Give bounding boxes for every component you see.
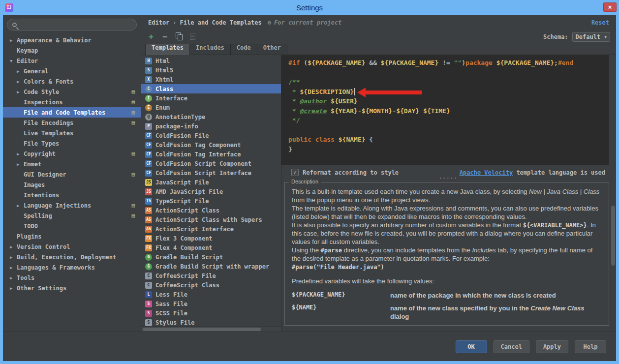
template-item-enum[interactable]: EEnum (141, 103, 281, 112)
template-item-scss-file[interactable]: SSCSS File (141, 308, 281, 318)
sidebar-item-build-execution-deployment[interactable]: ▶Build, Execution, Deployment (3, 252, 141, 262)
sidebar-item-language-injections[interactable]: ▶Language Injections▤ (3, 200, 141, 211)
coffee-file-icon: C (145, 282, 152, 289)
tab-templates[interactable]: Templates (145, 44, 190, 55)
sidebar-item-inspections[interactable]: Inspections▤ (3, 97, 141, 107)
template-item-coldfusion-script-interface[interactable]: CFColdFusion Script Interface (141, 168, 281, 178)
template-item-coldfusion-script-component[interactable]: CFColdFusion Script Component (141, 159, 281, 168)
splitter-grip-icon[interactable]: ····· (439, 175, 458, 182)
remove-template-icon[interactable]: − (161, 33, 169, 41)
tab-includes[interactable]: Includes (190, 44, 231, 55)
reset-link[interactable]: Reset (591, 19, 609, 26)
template-item-html5[interactable]: 5Html5 (141, 65, 281, 75)
template-item-html[interactable]: HHtml (141, 56, 281, 65)
sidebar-item-tools[interactable]: ▶Tools (3, 273, 141, 283)
sidebar-item-live-templates[interactable]: Live Templates (3, 128, 141, 138)
tree-expanded-arrow-icon[interactable]: ▼ (10, 59, 17, 63)
tree-collapsed-arrow-icon[interactable]: ▶ (10, 244, 17, 249)
template-item-class[interactable]: CClass (141, 84, 281, 93)
template-item-xhtml[interactable]: XXhtml (141, 75, 281, 84)
copy-template-icon[interactable] (175, 32, 183, 42)
tree-collapsed-arrow-icon[interactable]: ▶ (10, 286, 17, 291)
template-item-annotationtype[interactable]: @AnnotationType (141, 112, 281, 121)
template-item-flex-3-component[interactable]: FXFlex 3 Component (141, 234, 281, 243)
template-editor[interactable]: #if (${PACKAGE_NAME} && ${PACKAGE_NAME} … (281, 55, 609, 165)
sidebar-item-copyright[interactable]: ▶Copyright▤ (3, 149, 141, 159)
template-item-coldfusion-file[interactable]: CFColdFusion File (141, 131, 281, 140)
tree-collapsed-arrow-icon[interactable]: ▶ (17, 203, 24, 208)
tree-collapsed-arrow-icon[interactable]: ▶ (17, 90, 24, 94)
sidebar-item-todo[interactable]: TODO (3, 221, 141, 231)
tree-collapsed-arrow-icon[interactable]: ▶ (10, 255, 17, 260)
sidebar-item-colors-fonts[interactable]: ▶Colors & Fonts (3, 76, 141, 87)
vertical-scrollbar-thumb[interactable] (611, 206, 615, 266)
template-item-actionscript-class[interactable]: ASActionScript Class (141, 206, 281, 215)
add-template-icon[interactable]: + (147, 33, 155, 41)
horizontal-scrollbar-track[interactable] (141, 326, 281, 332)
sidebar-item-images[interactable]: Images (3, 180, 141, 190)
sidebar-item-version-control[interactable]: ▶Version Control (3, 242, 141, 252)
tree-collapsed-arrow-icon[interactable]: ▶ (17, 152, 24, 156)
template-item-typescript-file[interactable]: TSTypeScript File (141, 196, 281, 206)
variable-name: ${NAME} (292, 304, 390, 321)
template-tabs: TemplatesIncludesCodeOther (141, 43, 616, 55)
tree-collapsed-arrow-icon[interactable]: ▶ (17, 162, 24, 167)
cancel-button[interactable]: Cancel (494, 340, 529, 353)
sidebar-item-file-types[interactable]: File Types (3, 138, 141, 149)
code-line (288, 126, 609, 136)
variable-description: name of the package in which the new cla… (390, 291, 556, 300)
sidebar-item-plugins[interactable]: Plugins (3, 231, 141, 242)
ok-button[interactable]: OK (456, 340, 487, 353)
sidebar-item-file-encodings[interactable]: File Encodings▤ (3, 118, 141, 128)
sidebar-item-appearance-behavior[interactable]: ▶Appearance & Behavior (3, 35, 141, 45)
breadcrumb-editor[interactable]: Editor (148, 19, 169, 26)
sidebar-item-other-settings[interactable]: ▶Other Settings (3, 283, 141, 293)
template-item-coldfusion-tag-interface[interactable]: CFColdFusion Tag Interface (141, 150, 281, 159)
scss-file-icon: S (145, 310, 152, 317)
template-item-sass-file[interactable]: SSass File (141, 299, 281, 308)
sidebar-item-editor[interactable]: ▼Editor (3, 56, 141, 66)
tree-collapsed-arrow-icon[interactable]: ▶ (10, 38, 17, 43)
template-item-actionscript-interface[interactable]: ASActionScript Interface (141, 224, 281, 234)
sidebar-item-languages-frameworks[interactable]: ▶Languages & Frameworks (3, 262, 141, 273)
sidebar-item-keymap[interactable]: Keymap (3, 45, 141, 56)
apply-button[interactable]: Apply (536, 340, 568, 353)
tree-collapsed-arrow-icon[interactable]: ▶ (17, 69, 24, 74)
search-input[interactable] (20, 21, 131, 28)
sidebar-item-intentions[interactable]: Intentions (3, 190, 141, 200)
template-item-coldfusion-tag-component[interactable]: CFColdFusion Tag Component (141, 140, 281, 150)
tab-other[interactable]: Other (257, 44, 287, 55)
sidebar-item-spelling[interactable]: Spelling▤ (3, 211, 141, 221)
schema-row: Schema: Default ▼ (543, 32, 610, 42)
sidebar-item-code-style[interactable]: ▶Code Style▤ (3, 87, 141, 97)
tree-collapsed-arrow-icon[interactable]: ▶ (17, 79, 24, 84)
template-item-gradle-build-script-with-wrapper[interactable]: GGradle Build Script with wrapper (141, 262, 281, 271)
template-item-less-file[interactable]: LLess File (141, 290, 281, 299)
sidebar-item-general[interactable]: ▶General (3, 66, 141, 76)
template-item-package-info[interactable]: Ppackage-info (141, 121, 281, 131)
apache-velocity-link[interactable]: Apache Velocity (460, 169, 513, 176)
close-button[interactable]: × (603, 2, 617, 12)
tab-code[interactable]: Code (231, 44, 257, 55)
reformat-checkbox[interactable]: ✓ (291, 169, 299, 176)
template-item-gradle-build-script[interactable]: GGradle Build Script (141, 252, 281, 262)
reset-template-icon[interactable] (188, 32, 196, 42)
template-item-interface[interactable]: IInterface (141, 93, 281, 103)
sidebar-item-gui-designer[interactable]: GUI Designer▤ (3, 169, 141, 180)
dialog-footer: OKCancelApplyHelp (3, 332, 616, 361)
horizontal-scrollbar-thumb[interactable] (143, 328, 261, 331)
template-item-amd-javascript-file[interactable]: JSAMD JavaScript File (141, 187, 281, 196)
template-item-javascript-file[interactable]: JSJavaScript File (141, 178, 281, 187)
schema-dropdown[interactable]: Default ▼ (572, 32, 610, 42)
settings-sidebar: ▶Appearance & BehaviorKeymap▼Editor▶Gene… (3, 15, 141, 332)
template-item-coffeescript-file[interactable]: CCoffeeScript File (141, 271, 281, 280)
tree-collapsed-arrow-icon[interactable]: ▶ (10, 275, 17, 280)
sidebar-item-emmet[interactable]: ▶Emmet (3, 159, 141, 169)
template-item-flex-4-component[interactable]: FXFlex 4 Component (141, 243, 281, 252)
tree-collapsed-arrow-icon[interactable]: ▶ (10, 265, 17, 270)
template-item-coffeescript-class[interactable]: CCoffeeScript Class (141, 280, 281, 290)
search-box[interactable] (7, 19, 137, 30)
template-item-actionscript-class-with-supers[interactable]: ASActionScript Class with Supers (141, 215, 281, 224)
help-button[interactable]: Help (575, 340, 606, 353)
sidebar-item-file-and-code-templates[interactable]: File and Code Templates▤ (3, 107, 141, 118)
